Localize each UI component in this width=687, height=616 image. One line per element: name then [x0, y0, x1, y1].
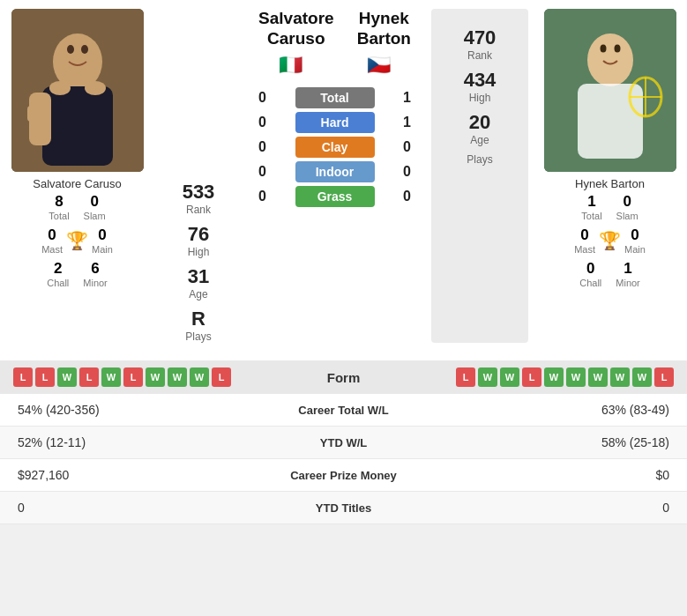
comp-left-1: 52% (12-11): [18, 435, 256, 449]
right-stats-total-slam: 1 Total 0 Slam: [581, 193, 638, 221]
right-player-photo: [544, 9, 676, 172]
left-plays-block: R Plays: [185, 308, 211, 343]
score-btn-hard[interactable]: Hard: [295, 112, 375, 133]
form-badge-7[interactable]: W: [610, 367, 630, 387]
left-player-photo: [11, 9, 144, 172]
left-total-value: 8: [49, 193, 69, 211]
right-age-label: Age: [469, 134, 490, 146]
left-form-badges: LLWLWLWWWL: [13, 367, 231, 387]
form-label: Form: [327, 370, 361, 385]
right-high-value: 434: [464, 69, 497, 92]
score-btn-clay[interactable]: Clay: [295, 137, 375, 158]
comparison-row-0: 54% (420-356) Career Total W/L 63% (83-4…: [0, 394, 687, 427]
center-scores-panel: Salvatore Caruso Hynek Barton 🇮🇹 🇨🇿 0 To…: [243, 0, 427, 352]
comparison-row-1: 52% (12-11) YTD W/L 58% (25-18): [0, 427, 687, 459]
right-mast-label: Mast: [574, 244, 595, 255]
left-player-title: Salvatore Caruso: [258, 9, 334, 49]
right-mid-stats: 470 Rank 434 High 20 Age Plays: [431, 9, 528, 343]
form-badge-5[interactable]: W: [566, 367, 586, 387]
form-badge-6[interactable]: W: [146, 367, 165, 387]
form-badge-3[interactable]: L: [522, 367, 541, 387]
score-right-0: 1: [396, 90, 418, 106]
svg-point-8: [81, 45, 88, 54]
score-left-2: 0: [251, 139, 273, 155]
score-row-hard: 0 Hard 1: [247, 112, 422, 133]
left-mast-label: Mast: [41, 244, 63, 255]
left-slam-label: Slam: [84, 211, 106, 221]
left-chall-value: 2: [47, 260, 69, 278]
right-age-block: 20 Age: [469, 111, 490, 146]
left-stat-slam: 0 Slam: [84, 193, 106, 221]
left-mid-stats: 533 Rank 76 High 31 Age R Plays: [154, 0, 243, 352]
right-player-name: Hynek Barton: [575, 177, 645, 190]
form-badge-4[interactable]: W: [101, 367, 121, 387]
score-btn-indoor[interactable]: Indoor: [295, 161, 375, 182]
right-rank-label: Rank: [464, 49, 497, 62]
right-form-badges: LWWLWWWWWL: [456, 367, 674, 387]
form-badge-0[interactable]: L: [13, 367, 33, 387]
form-badge-9[interactable]: L: [654, 367, 674, 387]
score-right-3: 0: [396, 164, 418, 180]
form-badge-2[interactable]: W: [57, 367, 77, 387]
left-stat-chall: 2 Chall: [47, 260, 69, 288]
svg-rect-9: [27, 106, 47, 122]
right-plays-block: Plays: [467, 153, 492, 166]
comp-right-0: 63% (83-49): [432, 403, 670, 417]
right-rank-value: 470: [464, 26, 497, 49]
score-left-0: 0: [251, 90, 273, 106]
form-badge-0[interactable]: L: [456, 367, 475, 387]
comp-left-2: $927,160: [18, 468, 256, 482]
form-badge-4[interactable]: W: [544, 367, 564, 387]
left-minor-value: 6: [83, 260, 108, 278]
form-badge-8[interactable]: W: [632, 367, 652, 387]
score-rows: 0 Total 1 0 Hard 1 0 Clay 0 0 Indoor 0 0…: [247, 84, 422, 211]
right-age-value: 20: [469, 111, 490, 134]
left-rank-value: 533: [183, 181, 215, 204]
comp-right-3: 0: [432, 501, 670, 515]
right-stat-total: 1 Total: [581, 193, 601, 221]
comp-left-0: 54% (420-356): [18, 403, 256, 417]
comparison-table: 54% (420-356) Career Total W/L 63% (83-4…: [0, 394, 687, 524]
form-badge-8[interactable]: W: [190, 367, 209, 387]
form-badge-9[interactable]: L: [212, 367, 231, 387]
left-main-label: Main: [92, 244, 113, 255]
right-player-panel: Hynek Barton 1 Total 0 Slam 0 Mast 🏆: [533, 0, 687, 352]
score-row-clay: 0 Clay 0: [247, 137, 422, 158]
right-minor-value: 1: [616, 260, 640, 278]
form-badge-2[interactable]: W: [500, 367, 519, 387]
left-age-value: 31: [188, 265, 209, 288]
score-row-grass: 0 Grass 0: [247, 186, 422, 207]
left-plays-label: Plays: [185, 330, 211, 343]
form-badge-1[interactable]: L: [35, 367, 55, 387]
left-trophy-icon: 🏆: [66, 230, 88, 251]
left-high-label: High: [188, 246, 210, 258]
score-btn-grass[interactable]: Grass: [295, 186, 375, 207]
left-mast-value: 0: [41, 226, 63, 244]
form-badge-1[interactable]: W: [478, 367, 497, 387]
left-high-block: 76 High: [188, 223, 210, 258]
form-badge-6[interactable]: W: [588, 367, 608, 387]
form-badge-3[interactable]: L: [79, 367, 99, 387]
score-row-total: 0 Total 1: [247, 87, 422, 108]
comp-left-3: 0: [18, 501, 256, 515]
right-stats-chall-minor: 0 Chall 1 Minor: [579, 260, 640, 288]
left-minor-label: Minor: [83, 278, 108, 288]
right-chall-label: Chall: [579, 278, 601, 288]
score-btn-total[interactable]: Total: [295, 87, 375, 108]
right-player-title: Hynek Barton: [357, 9, 411, 49]
score-left-3: 0: [251, 164, 273, 180]
comp-center-0: Career Total W/L: [256, 404, 432, 417]
form-badge-7[interactable]: W: [168, 367, 187, 387]
left-total-label: Total: [49, 211, 69, 221]
comp-center-2: Career Prize Money: [256, 469, 432, 482]
left-rank-label: Rank: [183, 204, 215, 216]
right-stat-chall: 0 Chall: [579, 260, 601, 288]
left-main-value: 0: [92, 226, 113, 244]
player-comparison-section: Salvatore Caruso 8 Total 0 Slam 0 Mast 🏆: [0, 0, 687, 352]
comp-center-1: YTD W/L: [256, 436, 432, 449]
right-trophy-section: 0 Mast 🏆 0 Main: [574, 226, 646, 255]
left-flag: 🇮🇹: [279, 54, 302, 77]
form-badge-5[interactable]: L: [123, 367, 143, 387]
score-left-4: 0: [251, 189, 273, 204]
left-slam-value: 0: [84, 193, 106, 211]
